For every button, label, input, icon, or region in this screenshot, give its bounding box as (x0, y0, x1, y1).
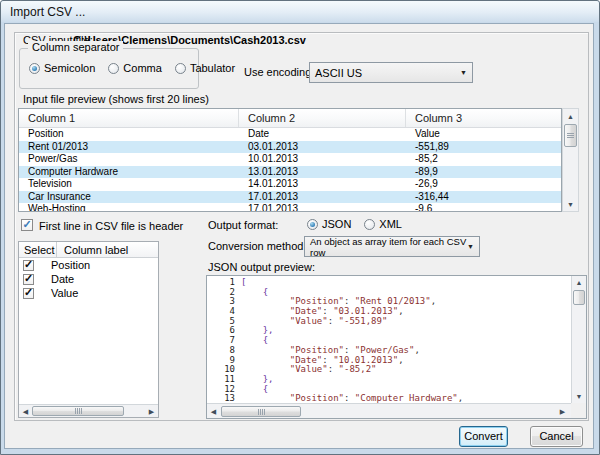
encoding-select[interactable]: ASCII US ▼ (309, 62, 473, 83)
table-cell: Computer Hardware (19, 166, 239, 179)
column-checkbox[interactable]: ✓ (23, 288, 34, 299)
list-item[interactable]: ✓Date (19, 272, 158, 286)
list-item[interactable]: ✓Value (19, 286, 158, 300)
scroll-up-icon[interactable]: ▲ (572, 276, 586, 289)
column-checkbox[interactable]: ✓ (23, 274, 34, 285)
line-number: 4 (207, 307, 241, 317)
format-radio-json[interactable] (307, 219, 318, 230)
table-row[interactable]: Television14.01.2013-26,9 (19, 178, 561, 191)
column-checkbox[interactable]: ✓ (23, 260, 34, 271)
separator-radio-comma[interactable] (108, 63, 119, 74)
table-cell: 13.01.2013 (239, 166, 406, 179)
radio-label[interactable]: XML (379, 218, 402, 230)
column-header[interactable]: Column 1 (19, 109, 239, 127)
table-cell: -89,9 (406, 166, 561, 179)
table-row[interactable]: Web-Hosting17.01.2013-9,6 (19, 203, 561, 212)
cancel-button[interactable]: Cancel (530, 426, 583, 447)
line-number: 1 (207, 278, 241, 288)
radio-label[interactable]: JSON (322, 218, 351, 230)
radio-option-tabulator[interactable]: Tabulator (175, 62, 235, 74)
first-line-header-label[interactable]: First line in CSV file is header (39, 220, 183, 232)
json-vscrollbar-thumb[interactable] (573, 290, 585, 305)
scroll-left-icon[interactable]: ◀ (207, 404, 220, 418)
code-punctuation: }, (263, 374, 274, 384)
column-label[interactable]: Date (51, 273, 74, 285)
separator-radio-tabulator[interactable] (175, 63, 186, 74)
table-cell: Value (406, 128, 561, 141)
code-punctuation: , (458, 393, 463, 403)
column-separator-radios: SemicolonCommaTabulator (29, 62, 248, 74)
code-string: "Rent 01/2013" (355, 296, 431, 306)
radio-label[interactable]: Semicolon (44, 62, 95, 74)
column-select-scrollbar[interactable]: ◀ ▶ (19, 404, 158, 417)
separator-radio-semicolon[interactable] (29, 63, 40, 74)
column-label[interactable]: Value (51, 287, 78, 299)
table-cell: -9,6 (406, 203, 561, 212)
convert-button[interactable]: Convert (459, 426, 508, 447)
scroll-down-icon[interactable]: ▼ (572, 390, 586, 403)
column-header[interactable]: Column 3 (406, 109, 561, 127)
table-body: PositionDateValueRent 01/201303.01.2013-… (19, 128, 561, 212)
code-text: "Position": "Computer Hardware", (241, 394, 463, 403)
radio-option-json[interactable]: JSON (307, 218, 351, 230)
scroll-down-icon[interactable]: ▼ (563, 197, 578, 211)
table-scrollbar[interactable]: ▲ ▼ (562, 108, 579, 212)
code-punctuation: , (431, 296, 436, 306)
title-bar[interactable]: Import CSV ... (1, 1, 599, 22)
conversion-method-label: Conversion method: (208, 240, 306, 252)
json-vscrollbar[interactable]: ▲ ▼ (571, 276, 586, 403)
radio-label[interactable]: Tabulator (190, 62, 235, 74)
radio-option-xml[interactable]: XML (364, 218, 402, 230)
table-row[interactable]: Computer Hardware13.01.2013-89,9 (19, 166, 561, 179)
table-cell: 14.01.2013 (239, 178, 406, 191)
table-row[interactable]: Rent 01/201303.01.2013-551,89 (19, 141, 561, 154)
thumb-grip (567, 133, 574, 138)
code-string: "Position" (290, 345, 344, 355)
json-preview-box[interactable]: 1[2 {3 "Position": "Rent 01/2013",4 "Dat… (206, 275, 587, 419)
scroll-right-icon[interactable]: ▶ (556, 404, 569, 418)
radio-label[interactable]: Comma (123, 62, 162, 74)
column-select-list: Select Column label ✓Position✓Date✓Value… (18, 241, 159, 418)
list-item[interactable]: ✓Position (19, 258, 158, 272)
table-row[interactable]: PositionDateValue (19, 128, 561, 141)
scroll-right-icon[interactable]: ▶ (145, 405, 158, 417)
json-hscrollbar[interactable]: ◀ ▶ (207, 403, 571, 418)
column-label[interactable]: Position (51, 259, 90, 271)
window-title: Import CSV ... (10, 5, 85, 19)
code-punctuation: , (398, 306, 403, 316)
code-string: "Position" (290, 296, 344, 306)
thumb-grip (258, 409, 265, 415)
json-code-area[interactable]: 1[2 {3 "Position": "Rent 01/2013",4 "Dat… (207, 278, 571, 403)
conversion-method-select[interactable]: An object as array item for each CSV row… (304, 236, 480, 257)
code-string: "Position" (290, 393, 344, 403)
table-cell: Rent 01/2013 (19, 141, 239, 154)
column-header[interactable]: Column 2 (239, 109, 406, 127)
json-hscrollbar-thumb[interactable] (221, 406, 301, 417)
code-punctuation: , (414, 345, 419, 355)
scroll-up-icon[interactable]: ▲ (563, 109, 578, 123)
conversion-method-value: An object as array item for each CSV row (310, 236, 479, 258)
select-column-header: Select (19, 242, 57, 257)
output-format-label: Output format: (208, 219, 278, 231)
column-select-body: ✓Position✓Date✓Value (19, 258, 158, 300)
input-preview-table: Column 1Column 2Column 3 PositionDateVal… (18, 108, 562, 212)
radio-option-comma[interactable]: Comma (108, 62, 162, 74)
first-line-header-checkbox[interactable]: ✓ (21, 219, 33, 231)
line-number: 7 (207, 336, 241, 346)
code-punctuation: : (322, 355, 333, 365)
code-string: "-551,89" (339, 316, 388, 326)
table-scrollbar-thumb[interactable] (564, 124, 577, 147)
line-number: 5 (207, 317, 241, 327)
scroll-left-icon[interactable]: ◀ (19, 405, 32, 417)
table-row[interactable]: Power/Gas10.01.2013-85,2 (19, 153, 561, 166)
table-row[interactable]: Car Insurance17.01.2013-316,44 (19, 191, 561, 204)
table-cell: Power/Gas (19, 153, 239, 166)
table-header-row: Column 1Column 2Column 3 (19, 109, 561, 128)
table-cell: Date (239, 128, 406, 141)
format-radio-xml[interactable] (364, 219, 375, 230)
code-string: "Value" (290, 316, 328, 326)
radio-option-semicolon[interactable]: Semicolon (29, 62, 95, 74)
import-csv-dialog: Import CSV ... CSV input file: C:\Users\… (0, 0, 600, 455)
scrollbar-corner (571, 403, 586, 418)
column-select-scrollbar-thumb[interactable] (32, 406, 124, 416)
